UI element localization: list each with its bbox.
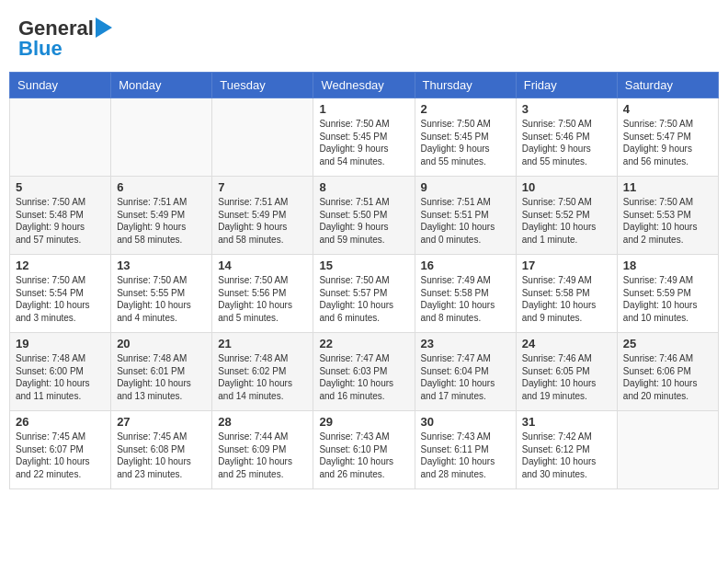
day-info: Sunrise: 7:46 AM Sunset: 6:06 PM Dayligh… [623, 352, 712, 402]
day-number: 25 [623, 337, 712, 350]
calendar-cell: 29Sunrise: 7:43 AM Sunset: 6:10 PM Dayli… [313, 411, 415, 489]
weekday-header-friday: Friday [516, 73, 617, 98]
day-info: Sunrise: 7:50 AM Sunset: 5:56 PM Dayligh… [218, 274, 307, 324]
calendar-cell: 1Sunrise: 7:50 AM Sunset: 5:45 PM Daylig… [313, 98, 415, 177]
calendar-cell: 28Sunrise: 7:44 AM Sunset: 6:09 PM Dayli… [212, 411, 313, 489]
day-number: 14 [218, 259, 307, 272]
day-info: Sunrise: 7:50 AM Sunset: 5:47 PM Dayligh… [623, 118, 712, 167]
calendar-cell: 22Sunrise: 7:47 AM Sunset: 6:03 PM Dayli… [313, 333, 415, 411]
day-number: 11 [623, 180, 712, 194]
day-number: 18 [623, 259, 712, 272]
day-info: Sunrise: 7:43 AM Sunset: 6:11 PM Dayligh… [421, 431, 510, 480]
day-info: Sunrise: 7:51 AM Sunset: 5:50 PM Dayligh… [319, 196, 408, 246]
day-number: 12 [16, 259, 105, 272]
day-number: 8 [319, 180, 408, 194]
calendar-cell: 24Sunrise: 7:46 AM Sunset: 6:05 PM Dayli… [516, 333, 617, 411]
day-info: Sunrise: 7:48 AM Sunset: 6:00 PM Dayligh… [16, 352, 105, 402]
day-number: 30 [421, 415, 510, 429]
calendar-cell: 2Sunrise: 7:50 AM Sunset: 5:45 PM Daylig… [415, 98, 516, 177]
day-number: 28 [218, 415, 307, 429]
weekday-header-monday: Monday [111, 73, 212, 98]
day-number: 1 [319, 102, 408, 116]
calendar-cell: 9Sunrise: 7:51 AM Sunset: 5:51 PM Daylig… [415, 177, 516, 255]
day-info: Sunrise: 7:44 AM Sunset: 6:09 PM Dayligh… [218, 431, 307, 480]
page-header: General Blue [9, 9, 719, 64]
day-info: Sunrise: 7:49 AM Sunset: 5:59 PM Dayligh… [623, 274, 712, 324]
weekday-header-tuesday: Tuesday [212, 73, 313, 98]
calendar-cell [212, 98, 313, 177]
day-info: Sunrise: 7:43 AM Sunset: 6:10 PM Dayligh… [319, 431, 408, 480]
day-number: 27 [117, 415, 206, 429]
calendar-week-row: 5Sunrise: 7:50 AM Sunset: 5:48 PM Daylig… [10, 177, 719, 255]
calendar-cell: 5Sunrise: 7:50 AM Sunset: 5:48 PM Daylig… [10, 177, 111, 255]
calendar-cell: 14Sunrise: 7:50 AM Sunset: 5:56 PM Dayli… [212, 255, 313, 333]
day-info: Sunrise: 7:45 AM Sunset: 6:08 PM Dayligh… [117, 431, 206, 480]
weekday-header-sunday: Sunday [10, 73, 111, 98]
calendar-cell: 31Sunrise: 7:42 AM Sunset: 6:12 PM Dayli… [516, 411, 617, 489]
day-info: Sunrise: 7:50 AM Sunset: 5:46 PM Dayligh… [522, 118, 611, 167]
day-info: Sunrise: 7:50 AM Sunset: 5:55 PM Dayligh… [117, 274, 206, 324]
day-info: Sunrise: 7:42 AM Sunset: 6:12 PM Dayligh… [522, 431, 611, 480]
day-info: Sunrise: 7:51 AM Sunset: 5:49 PM Dayligh… [117, 196, 206, 246]
weekday-header-row: SundayMondayTuesdayWednesdayThursdayFrid… [10, 73, 719, 98]
day-info: Sunrise: 7:50 AM Sunset: 5:53 PM Dayligh… [623, 196, 712, 246]
day-number: 7 [218, 180, 307, 194]
day-number: 26 [16, 415, 105, 429]
calendar-cell: 26Sunrise: 7:45 AM Sunset: 6:07 PM Dayli… [10, 411, 111, 489]
day-info: Sunrise: 7:50 AM Sunset: 5:48 PM Dayligh… [16, 196, 105, 246]
calendar-cell [10, 98, 111, 177]
calendar-cell: 27Sunrise: 7:45 AM Sunset: 6:08 PM Dayli… [111, 411, 212, 489]
weekday-header-thursday: Thursday [415, 73, 516, 98]
day-info: Sunrise: 7:46 AM Sunset: 6:05 PM Dayligh… [522, 352, 611, 402]
day-number: 31 [522, 415, 611, 429]
calendar-cell: 7Sunrise: 7:51 AM Sunset: 5:49 PM Daylig… [212, 177, 313, 255]
day-number: 24 [522, 337, 611, 350]
day-info: Sunrise: 7:49 AM Sunset: 5:58 PM Dayligh… [421, 274, 510, 324]
calendar-week-row: 19Sunrise: 7:48 AM Sunset: 6:00 PM Dayli… [10, 333, 719, 411]
day-info: Sunrise: 7:47 AM Sunset: 6:03 PM Dayligh… [319, 352, 408, 402]
calendar-cell: 17Sunrise: 7:49 AM Sunset: 5:58 PM Dayli… [516, 255, 617, 333]
day-info: Sunrise: 7:50 AM Sunset: 5:57 PM Dayligh… [319, 274, 408, 324]
calendar-cell: 30Sunrise: 7:43 AM Sunset: 6:11 PM Dayli… [415, 411, 516, 489]
calendar-cell [111, 98, 212, 177]
calendar-cell: 16Sunrise: 7:49 AM Sunset: 5:58 PM Dayli… [415, 255, 516, 333]
day-number: 22 [319, 337, 408, 350]
day-info: Sunrise: 7:50 AM Sunset: 5:52 PM Dayligh… [522, 196, 611, 246]
calendar-cell: 6Sunrise: 7:51 AM Sunset: 5:49 PM Daylig… [111, 177, 212, 255]
day-number: 6 [117, 180, 206, 194]
calendar-table: SundayMondayTuesdayWednesdayThursdayFrid… [9, 72, 719, 489]
day-number: 4 [623, 102, 712, 116]
calendar-cell: 23Sunrise: 7:47 AM Sunset: 6:04 PM Dayli… [415, 333, 516, 411]
weekday-header-saturday: Saturday [617, 73, 718, 98]
day-number: 15 [319, 259, 408, 272]
calendar-cell [617, 411, 718, 489]
calendar-week-row: 26Sunrise: 7:45 AM Sunset: 6:07 PM Dayli… [10, 411, 719, 489]
logo: General Blue [18, 17, 112, 61]
day-number: 17 [522, 259, 611, 272]
calendar-cell: 4Sunrise: 7:50 AM Sunset: 5:47 PM Daylig… [617, 98, 718, 177]
calendar-week-row: 12Sunrise: 7:50 AM Sunset: 5:54 PM Dayli… [10, 255, 719, 333]
calendar-cell: 19Sunrise: 7:48 AM Sunset: 6:00 PM Dayli… [10, 333, 111, 411]
day-number: 20 [117, 337, 206, 350]
day-number: 23 [421, 337, 510, 350]
day-info: Sunrise: 7:48 AM Sunset: 6:01 PM Dayligh… [117, 352, 206, 402]
day-info: Sunrise: 7:51 AM Sunset: 5:51 PM Dayligh… [421, 196, 510, 246]
calendar-cell: 8Sunrise: 7:51 AM Sunset: 5:50 PM Daylig… [313, 177, 415, 255]
day-info: Sunrise: 7:48 AM Sunset: 6:02 PM Dayligh… [218, 352, 307, 402]
day-number: 9 [421, 180, 510, 194]
day-number: 21 [218, 337, 307, 350]
calendar-cell: 10Sunrise: 7:50 AM Sunset: 5:52 PM Dayli… [516, 177, 617, 255]
weekday-header-wednesday: Wednesday [313, 73, 415, 98]
calendar-cell: 18Sunrise: 7:49 AM Sunset: 5:59 PM Dayli… [617, 255, 718, 333]
day-number: 2 [421, 102, 510, 116]
calendar-cell: 15Sunrise: 7:50 AM Sunset: 5:57 PM Dayli… [313, 255, 415, 333]
day-info: Sunrise: 7:49 AM Sunset: 5:58 PM Dayligh… [522, 274, 611, 324]
day-info: Sunrise: 7:45 AM Sunset: 6:07 PM Dayligh… [16, 431, 105, 480]
day-number: 13 [117, 259, 206, 272]
day-number: 5 [16, 180, 105, 194]
calendar-cell: 12Sunrise: 7:50 AM Sunset: 5:54 PM Dayli… [10, 255, 111, 333]
calendar-cell: 3Sunrise: 7:50 AM Sunset: 5:46 PM Daylig… [516, 98, 617, 177]
day-info: Sunrise: 7:50 AM Sunset: 5:54 PM Dayligh… [16, 274, 105, 324]
calendar-cell: 21Sunrise: 7:48 AM Sunset: 6:02 PM Dayli… [212, 333, 313, 411]
calendar-cell: 13Sunrise: 7:50 AM Sunset: 5:55 PM Dayli… [111, 255, 212, 333]
